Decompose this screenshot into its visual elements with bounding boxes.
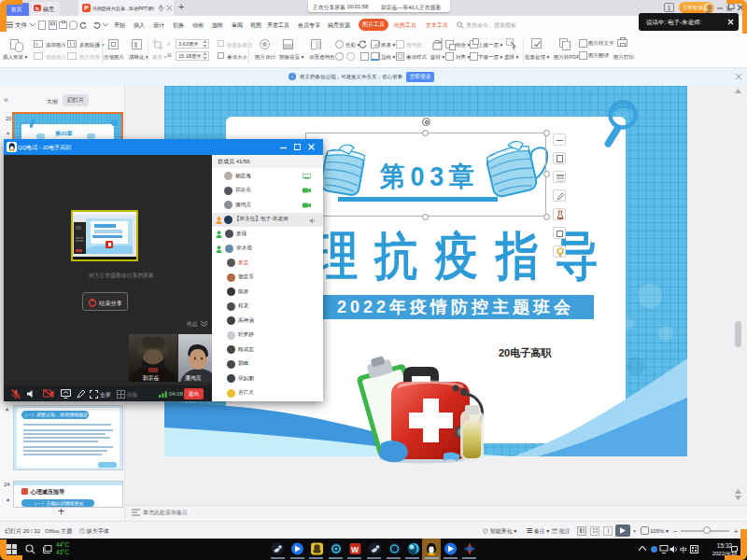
svg-text:W: W [351,545,359,554]
